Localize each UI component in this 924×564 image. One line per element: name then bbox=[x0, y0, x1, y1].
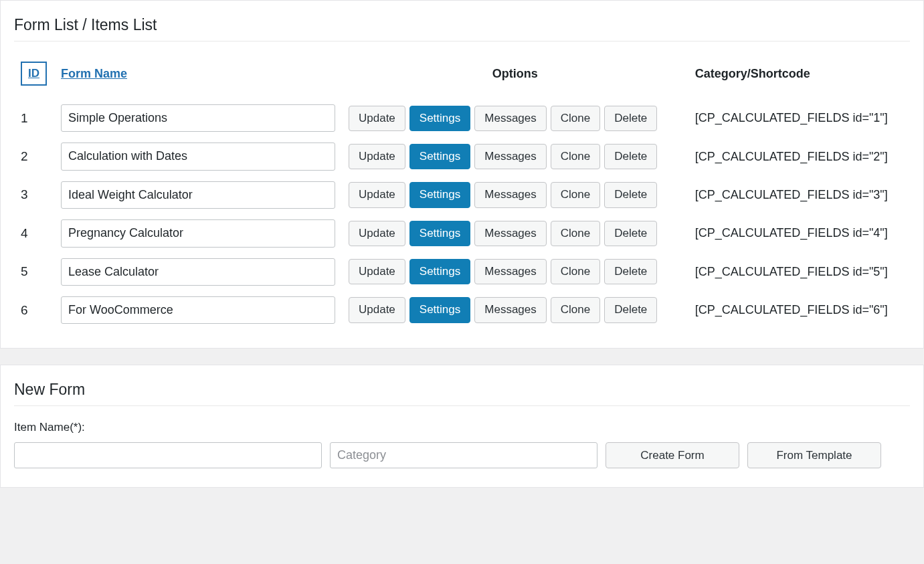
category-input[interactable] bbox=[330, 442, 597, 468]
row-name-cell bbox=[54, 176, 342, 214]
row-options: UpdateSettingsMessagesCloneDelete bbox=[342, 291, 688, 329]
form-name-input[interactable] bbox=[61, 258, 335, 286]
messages-button[interactable]: Messages bbox=[474, 182, 546, 207]
row-options: UpdateSettingsMessagesCloneDelete bbox=[342, 214, 688, 252]
row-shortcode: [CP_CALCULATED_FIELDS id="4"] bbox=[688, 214, 910, 252]
update-button[interactable]: Update bbox=[349, 259, 405, 284]
update-button[interactable]: Update bbox=[349, 106, 405, 131]
row-shortcode: [CP_CALCULATED_FIELDS id="5"] bbox=[688, 253, 910, 291]
forms-tbody: 1UpdateSettingsMessagesCloneDelete[CP_CA… bbox=[14, 99, 910, 329]
row-name-cell bbox=[54, 291, 342, 329]
item-name-label: Item Name(*): bbox=[14, 421, 910, 434]
settings-button[interactable]: Settings bbox=[409, 182, 470, 207]
messages-button[interactable]: Messages bbox=[474, 259, 546, 284]
col-header-name: Form Name bbox=[54, 56, 342, 99]
from-template-button[interactable]: From Template bbox=[747, 442, 881, 468]
table-row: 5UpdateSettingsMessagesCloneDelete[CP_CA… bbox=[14, 253, 910, 291]
table-row: 3UpdateSettingsMessagesCloneDelete[CP_CA… bbox=[14, 176, 910, 214]
update-button[interactable]: Update bbox=[349, 144, 405, 169]
settings-button[interactable]: Settings bbox=[409, 106, 470, 131]
messages-button[interactable]: Messages bbox=[474, 144, 546, 169]
messages-button[interactable]: Messages bbox=[474, 106, 546, 131]
table-row: 1UpdateSettingsMessagesCloneDelete[CP_CA… bbox=[14, 99, 910, 137]
clone-button[interactable]: Clone bbox=[551, 221, 600, 246]
form-name-input[interactable] bbox=[61, 104, 335, 132]
col-header-options: Options bbox=[342, 56, 688, 99]
row-name-cell bbox=[54, 99, 342, 137]
new-form-panel: New Form Item Name(*): Create Form From … bbox=[0, 365, 924, 488]
create-form-button[interactable]: Create Form bbox=[606, 442, 739, 468]
delete-button[interactable]: Delete bbox=[604, 144, 657, 169]
form-name-input[interactable] bbox=[61, 143, 335, 170]
settings-button[interactable]: Settings bbox=[409, 259, 470, 284]
table-row: 6UpdateSettingsMessagesCloneDelete[CP_CA… bbox=[14, 291, 910, 329]
delete-button[interactable]: Delete bbox=[604, 259, 657, 284]
clone-button[interactable]: Clone bbox=[551, 144, 600, 169]
clone-button[interactable]: Clone bbox=[551, 259, 600, 284]
row-id: 6 bbox=[14, 291, 54, 329]
table-row: 4UpdateSettingsMessagesCloneDelete[CP_CA… bbox=[14, 214, 910, 252]
row-shortcode: [CP_CALCULATED_FIELDS id="6"] bbox=[688, 291, 910, 329]
form-name-input[interactable] bbox=[61, 219, 335, 247]
update-button[interactable]: Update bbox=[349, 297, 405, 322]
settings-button[interactable]: Settings bbox=[409, 221, 470, 246]
new-form-title: New Form bbox=[14, 381, 910, 399]
row-id: 3 bbox=[14, 176, 54, 214]
table-row: 2UpdateSettingsMessagesCloneDelete[CP_CA… bbox=[14, 137, 910, 175]
row-shortcode: [CP_CALCULATED_FIELDS id="2"] bbox=[688, 137, 910, 175]
delete-button[interactable]: Delete bbox=[604, 106, 657, 131]
row-id: 5 bbox=[14, 253, 54, 291]
forms-table: ID Form Name Options Category/Shortcode … bbox=[14, 56, 910, 329]
sort-by-id-link[interactable]: ID bbox=[21, 62, 47, 86]
settings-button[interactable]: Settings bbox=[409, 297, 470, 322]
row-options: UpdateSettingsMessagesCloneDelete bbox=[342, 99, 688, 137]
delete-button[interactable]: Delete bbox=[604, 221, 657, 246]
sort-by-name-link[interactable]: Form Name bbox=[61, 67, 127, 80]
settings-button[interactable]: Settings bbox=[409, 144, 470, 169]
delete-button[interactable]: Delete bbox=[604, 182, 657, 207]
row-shortcode: [CP_CALCULATED_FIELDS id="3"] bbox=[688, 176, 910, 214]
row-name-cell bbox=[54, 137, 342, 175]
divider bbox=[14, 41, 910, 41]
new-form-row: Create Form From Template bbox=[14, 442, 910, 468]
row-name-cell bbox=[54, 214, 342, 252]
form-name-input[interactable] bbox=[61, 296, 335, 324]
divider bbox=[14, 405, 910, 406]
delete-button[interactable]: Delete bbox=[604, 297, 657, 322]
row-options: UpdateSettingsMessagesCloneDelete bbox=[342, 176, 688, 214]
item-name-input[interactable] bbox=[14, 442, 322, 468]
row-id: 2 bbox=[14, 137, 54, 175]
row-options: UpdateSettingsMessagesCloneDelete bbox=[342, 137, 688, 175]
form-list-panel: Form List / Items List ID Form Name Opti… bbox=[0, 0, 924, 349]
clone-button[interactable]: Clone bbox=[551, 182, 600, 207]
col-header-id: ID bbox=[14, 56, 54, 99]
row-name-cell bbox=[54, 253, 342, 291]
update-button[interactable]: Update bbox=[349, 221, 405, 246]
clone-button[interactable]: Clone bbox=[551, 106, 600, 131]
form-list-title: Form List / Items List bbox=[14, 16, 910, 34]
row-id: 4 bbox=[14, 214, 54, 252]
col-header-category: Category/Shortcode bbox=[688, 56, 910, 99]
row-id: 1 bbox=[14, 99, 54, 137]
clone-button[interactable]: Clone bbox=[551, 297, 600, 322]
update-button[interactable]: Update bbox=[349, 182, 405, 207]
messages-button[interactable]: Messages bbox=[474, 221, 546, 246]
form-name-input[interactable] bbox=[61, 181, 335, 209]
row-options: UpdateSettingsMessagesCloneDelete bbox=[342, 253, 688, 291]
messages-button[interactable]: Messages bbox=[474, 297, 546, 322]
row-shortcode: [CP_CALCULATED_FIELDS id="1"] bbox=[688, 99, 910, 137]
